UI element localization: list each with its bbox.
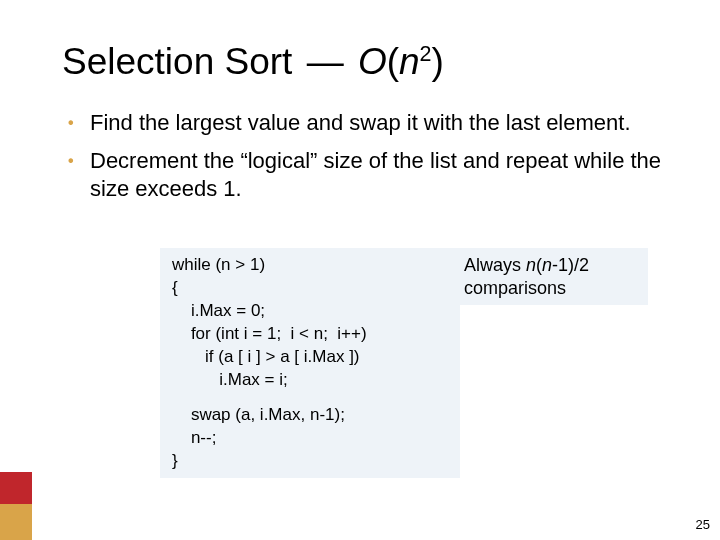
bigo-open: ( bbox=[387, 41, 399, 82]
slide-title: Selection Sort — O(n2) bbox=[62, 42, 690, 83]
accent-red bbox=[0, 472, 32, 504]
accent-gold bbox=[0, 504, 32, 540]
code-line: i.Max = 0; bbox=[172, 300, 450, 323]
note-prefix: Always bbox=[464, 255, 526, 275]
code-line: i.Max = i; bbox=[172, 369, 450, 392]
code-line: swap (a, i.Max, n-1); bbox=[172, 404, 450, 427]
code-line: n--; bbox=[172, 427, 450, 450]
code-line: for (int i = 1; i < n; i++) bbox=[172, 323, 450, 346]
note-suffix: comparisons bbox=[464, 278, 566, 298]
bigo-n: n bbox=[399, 41, 420, 82]
code-blank-line bbox=[172, 392, 450, 404]
code-line: } bbox=[172, 450, 450, 473]
note-rest: -1)/2 bbox=[552, 255, 589, 275]
code-line: { bbox=[172, 277, 450, 300]
complexity-note: Always n(n-1)/2 comparisons bbox=[456, 248, 648, 305]
bigo-o: O bbox=[358, 41, 387, 82]
code-line: while (n > 1) bbox=[172, 254, 450, 277]
page-number: 25 bbox=[696, 517, 710, 532]
bullet-text: Find the largest value and swap it with … bbox=[90, 110, 631, 135]
slide-content: Selection Sort — O(n2) Find the largest … bbox=[62, 42, 690, 213]
bullet-list: Find the largest value and swap it with … bbox=[62, 109, 690, 203]
bigo-close: ) bbox=[432, 41, 444, 82]
bullet-text: Decrement the “logical” size of the list… bbox=[90, 148, 661, 201]
accent-bar bbox=[0, 472, 32, 540]
bullet-item: Decrement the “logical” size of the list… bbox=[62, 147, 690, 203]
bullet-item: Find the largest value and swap it with … bbox=[62, 109, 690, 137]
title-name: Selection Sort bbox=[62, 41, 292, 82]
note-n1: n bbox=[526, 255, 536, 275]
title-separator: — bbox=[303, 41, 348, 82]
bigo-exponent: 2 bbox=[420, 42, 432, 66]
note-n2: n bbox=[542, 255, 552, 275]
code-line: if (a [ i ] > a [ i.Max ]) bbox=[172, 346, 450, 369]
code-block: while (n > 1) { i.Max = 0; for (int i = … bbox=[160, 248, 460, 478]
